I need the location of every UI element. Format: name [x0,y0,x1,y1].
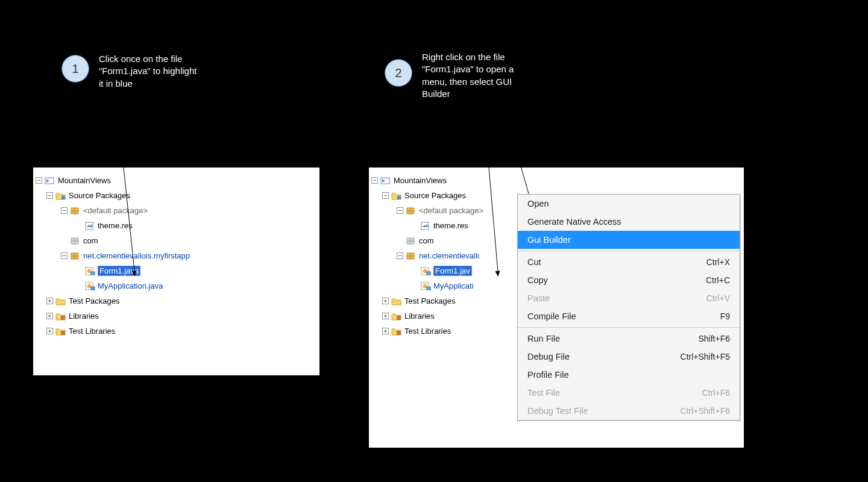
project-label: MountainViews [58,176,111,185]
menu-run-file[interactable]: Run File Shift+F6 [518,330,740,348]
expand-icon[interactable] [46,298,53,304]
project-icon [380,176,391,186]
tree-row-com[interactable]: com [33,233,319,248]
collapse-icon[interactable] [61,252,68,259]
menu-paste-shortcut: Ctrl+V [706,293,730,303]
svg-rect-34 [427,272,430,275]
resource-file-icon [84,221,95,231]
default-package-label: <default package> [83,206,148,215]
svg-rect-14 [91,272,95,275]
package-icon [70,236,81,246]
myapplication-label: MyApplicati [433,281,473,290]
svg-point-13 [87,269,92,273]
menu-profile-label: Profile File [527,370,569,380]
expand-icon[interactable] [382,313,389,319]
menu-profile-file[interactable]: Profile File [518,366,740,384]
svg-rect-37 [427,287,430,290]
collapse-icon[interactable] [46,192,53,199]
menu-compile-shortcut: F9 [720,311,730,321]
menu-debug-shortcut: Ctrl+Shift+F5 [681,352,730,362]
tree-row-default-package[interactable]: <default package> [33,203,319,218]
menu-copy[interactable]: Copy Ctrl+C [518,271,740,289]
theme-res-label: theme.res [433,221,468,230]
java-file-icon [84,266,95,276]
myapplication-label: MyApplication.java [98,281,163,290]
menu-separator [518,251,740,251]
project-icon [45,176,55,186]
menu-debug-file[interactable]: Debug File Ctrl+Shift+F5 [518,348,740,366]
collapse-icon[interactable] [36,177,42,184]
package-icon [70,206,81,216]
net-package-label: net.clementlevallois.myfirstapp [419,251,479,260]
test-libraries-label: Test Libraries [69,327,115,336]
project-label: MountainViews [394,176,447,185]
svg-rect-19 [61,331,65,335]
menu-open[interactable]: Open [518,195,740,213]
libraries-label: Libraries [69,311,99,321]
menu-copy-shortcut: Ctrl+C [706,275,730,285]
menu-copy-label: Copy [527,275,548,285]
tree-row-form1[interactable]: Form1.java [33,263,319,278]
java-file-icon [420,266,431,276]
test-libraries-label: Test Libraries [404,327,451,336]
menu-debug-test-label: Debug Test File [527,406,588,416]
com-label: com [419,236,434,245]
step-2-number: 2 [395,66,401,80]
svg-rect-38 [397,316,401,320]
source-packages-label: Source Packages [69,191,130,200]
folder-icon [55,296,66,306]
test-packages-label: Test Packages [404,296,456,305]
package-icon [406,251,417,261]
source-packages-label: Source Packages [404,191,466,200]
folder-icon [55,191,66,201]
svg-rect-21 [397,196,401,199]
collapse-icon[interactable] [397,207,403,214]
collapse-icon[interactable] [382,192,389,199]
tree-row-net-package[interactable]: net.clementlevallois.myfirstapp [33,248,319,263]
default-package-label: <default package> [419,206,483,215]
expand-icon[interactable] [46,328,53,334]
menu-run-shortcut: Shift+F6 [698,334,730,343]
menu-cut-shortcut: Ctrl+X [706,257,730,267]
tree-row-source-packages[interactable]: Source Packages [33,188,319,203]
folder-icon [391,296,402,306]
collapse-icon[interactable] [397,252,403,259]
menu-cut[interactable]: Cut Ctrl+X [518,253,740,271]
package-icon [70,251,81,261]
tree-row-project[interactable]: MountainViews [33,173,319,188]
tree-row-theme-res[interactable]: theme.res [33,218,319,233]
svg-rect-39 [397,331,401,335]
menu-debug-test-shortcut: Ctrl+Shift+F6 [681,406,730,416]
expand-icon[interactable] [382,298,389,304]
expand-icon[interactable] [46,313,53,319]
expand-icon[interactable] [382,328,389,334]
tree-row-test-packages[interactable]: Test Packages [33,293,319,308]
tree-row-project[interactable]: MountainViews [369,173,744,188]
svg-rect-1 [61,196,65,199]
resource-file-icon [420,221,431,231]
folder-icon [55,327,66,336]
step-2-circle: 2 [385,59,412,87]
menu-generate-native-access[interactable]: Generate Native Access [518,213,740,231]
menu-test-shortcut: Ctrl+F6 [702,388,730,398]
folder-icon [55,311,66,321]
menu-test-file: Test File Ctrl+F6 [518,384,740,402]
step-2-text: Right click on the file "Form1.java" to … [422,51,555,100]
step-1-circle: 1 [61,55,89,83]
menu-compile-file[interactable]: Compile File F9 [518,307,740,325]
collapse-icon[interactable] [371,177,378,184]
tree-row-test-libraries[interactable]: Test Libraries [33,324,319,339]
svg-point-33 [423,269,427,273]
menu-gui-builder[interactable]: Gui Builder [518,231,740,249]
java-file-icon [84,281,95,291]
test-packages-label: Test Packages [69,296,120,305]
package-icon [406,236,417,246]
step-1-text: Click once on the file "Form1.java" to h… [99,53,222,90]
tree-row-myapplication[interactable]: MyApplication.java [33,278,319,293]
form1-label: Form1.jav [433,266,472,276]
menu-gui-builder-label: Gui Builder [527,235,571,245]
project-tree-panel-1: MountainViews Source Packages <default p… [33,167,319,375]
tree-row-libraries[interactable]: Libraries [33,308,319,324]
collapse-icon[interactable] [61,207,68,214]
java-file-icon [420,281,431,291]
